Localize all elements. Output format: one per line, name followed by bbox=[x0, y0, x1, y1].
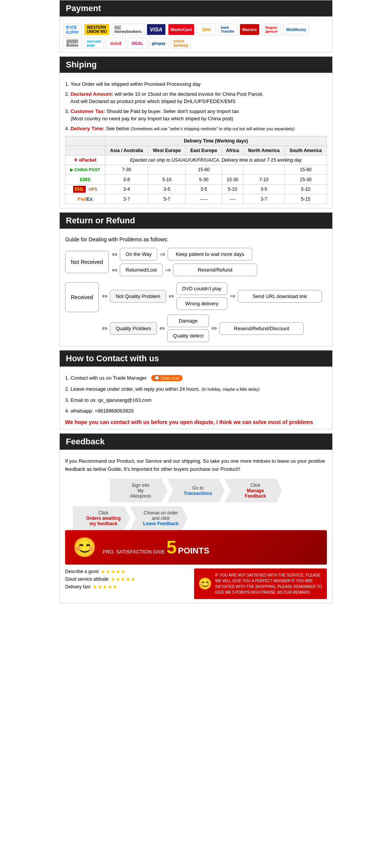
chinapost-north bbox=[243, 165, 284, 175]
quality-defect-box: Quality defect bbox=[167, 329, 209, 342]
col-africa: Africa bbox=[222, 146, 243, 156]
quality-problem-box: Quality Problem bbox=[110, 322, 157, 335]
dhl-south: 5-10 bbox=[284, 185, 327, 194]
rating-right: 😊 IF YOU ARE NOT SATISFIED WITH THE SERV… bbox=[194, 568, 327, 599]
fedex-east: ----- bbox=[186, 194, 222, 204]
contact-item-1: 1. Contact with us on Trade Manager 💬 Ch… bbox=[65, 374, 327, 382]
chinapost-asia: 7-30 bbox=[105, 165, 148, 175]
carrier-dhl: DHL UPS bbox=[65, 185, 105, 194]
table-header-delivery: Delivery Time (Working days) bbox=[105, 136, 327, 146]
wrong-delivery-box: Wrong delivery bbox=[176, 297, 227, 310]
sofort-logo: sofortbanking bbox=[171, 38, 191, 49]
dvd-box: DVD couldn't play bbox=[176, 282, 227, 295]
ems-north: 7-10 bbox=[243, 175, 284, 185]
doku-logo: doku$ bbox=[106, 38, 126, 49]
feedback-section: Feedback If you Recommand our Product, o… bbox=[59, 433, 333, 603]
col-east-europe: East Europe bbox=[186, 146, 222, 156]
rating-right-text: IF YOU ARE NOT SATISFIED WITH THE SERVIC… bbox=[215, 572, 323, 595]
western-union-logo: WESTERNUNION WU bbox=[84, 24, 109, 35]
contact-content: 1. Contact with us on Trade Manager 💬 Ch… bbox=[60, 370, 332, 429]
shipping-point-2: 2. Declared Amount: will write 10 or 15u… bbox=[65, 90, 327, 105]
fedex-west: 5-7 bbox=[148, 194, 186, 204]
alipay-logo: 支付宝ALIPAY bbox=[63, 24, 82, 35]
resend-refund-discount-box: Resend/Refund/Discount bbox=[219, 322, 304, 335]
delivery-table: Delivery Time (Working days) Asia / Aust… bbox=[65, 136, 327, 204]
satisfaction-banner: 😊 PRO. SATISFACTION GIVE 5 POINTS bbox=[65, 530, 327, 565]
on-the-way-box: On the Way bbox=[120, 248, 157, 260]
chinapost-east: 15-60 bbox=[186, 165, 222, 175]
fedex-africa: ---- bbox=[222, 194, 243, 204]
ems-south: 15-30 bbox=[284, 175, 327, 185]
step-sign-in: Sign into My Aliexpress bbox=[110, 479, 167, 503]
shipping-point-3: 3. Customer Tax: Should be Paid by buyer… bbox=[65, 108, 327, 123]
fedex-north: 3-7 bbox=[243, 194, 284, 204]
giropay-logo: giropay bbox=[149, 38, 168, 49]
feedback-header: Feedback bbox=[60, 434, 332, 450]
not-received-flow: Not Received ⇔ On the Way ⇒ Keep patient… bbox=[65, 248, 327, 276]
contact-important: We hope you can contact with us before y… bbox=[65, 419, 327, 425]
refund-content: Guide for Dealing with Problems as follo… bbox=[60, 233, 332, 346]
payment-header: Payment bbox=[60, 0, 332, 16]
bank-transfer-logo: bankTransfer bbox=[218, 24, 237, 35]
received-box: Received bbox=[65, 282, 99, 312]
chat-badge: 💬 Chat now! bbox=[151, 375, 183, 381]
boleto-logo: |||||||||||Boleto bbox=[63, 38, 82, 49]
ems-africa: 15-30 bbox=[222, 175, 243, 185]
contact-header: How to Contact with us bbox=[60, 350, 332, 367]
moneybookers-logo: (((((moneybookers bbox=[112, 24, 144, 35]
dhl-north: 3-5 bbox=[243, 185, 284, 194]
table-row-dhl: DHL UPS 3-4 3-5 3-5 5-10 3-5 5-10 bbox=[65, 185, 327, 194]
carrier-epacket: ✈ ePacket bbox=[65, 156, 105, 165]
smiley-icon: 😊 bbox=[73, 536, 96, 558]
fedex-asia: 3-7 bbox=[105, 194, 148, 204]
not-quality-box: Not Quality Problem bbox=[110, 290, 166, 303]
feedback-intro: If you Recommand our Product, our Servic… bbox=[65, 457, 327, 473]
feedback-content: If you Recommand our Product, our Servic… bbox=[60, 454, 332, 603]
contact-item-4: 4. whatsapp: +8618968063920 bbox=[65, 407, 327, 415]
send-url-box: Send URL download link bbox=[238, 290, 322, 303]
col-carrier bbox=[65, 146, 105, 156]
ideal-logo: iDEAL bbox=[128, 38, 147, 49]
mercado-logo: mercadopago bbox=[84, 38, 104, 49]
rating-left: Describe a good ★★★★★ Good service attit… bbox=[65, 568, 190, 599]
payment-section: Payment 支付宝ALIPAY WESTERNUNION WU (((((m… bbox=[59, 0, 333, 52]
webmoney-logo: WebMoney bbox=[283, 24, 309, 35]
dhl-africa: 5-10 bbox=[222, 185, 243, 194]
carrier-ems: EMS bbox=[65, 175, 105, 185]
resend-refund-box: Resend/Refund bbox=[173, 264, 257, 276]
table-header-carrier bbox=[65, 136, 105, 146]
qiwi-logo: QIWI bbox=[197, 24, 216, 35]
shipping-section: Shiping 1. Your Order will be shipped wi… bbox=[59, 56, 333, 208]
contact-item-3: 3. Email to us: qx_qianxiang@163.com bbox=[65, 396, 327, 405]
table-row-chinapost: ▶ CHINA POST 7-30 15-60 15-90 bbox=[65, 165, 327, 175]
col-asia: Asia / Australia bbox=[105, 146, 148, 156]
damage-box: Damage bbox=[167, 314, 209, 327]
payment-logos: 支付宝ALIPAY WESTERNUNION WU (((((moneybook… bbox=[60, 20, 332, 52]
returned-lost-box: Returned/Lost bbox=[120, 264, 163, 276]
chinapost-west bbox=[148, 165, 186, 175]
not-received-box: Not Received bbox=[65, 251, 109, 273]
maestro-logo: Maestro bbox=[240, 24, 260, 35]
contact-item-2: 2. Leave message under order, will reply… bbox=[65, 385, 327, 393]
rating-row-1: Describe a good ★★★★★ bbox=[65, 568, 190, 575]
keep-patient-box: Keep patient to wait more days bbox=[168, 248, 252, 260]
feedback-steps-row2: Click Orders awaiting my feedback Choose… bbox=[73, 506, 327, 530]
shipping-point-4: 4. Delivery Time: See below (Sometimes w… bbox=[65, 125, 327, 133]
step-click-orders: Click Orders awaiting my feedback bbox=[73, 506, 130, 530]
epacket-note: Epacket can ship to USA/AU/UK/FR/UA/CA, … bbox=[105, 156, 327, 165]
table-row-epacket: ✈ ePacket Epacket can ship to USA/AU/UK/… bbox=[65, 156, 327, 165]
col-south-america: South America bbox=[284, 146, 327, 156]
ems-west: 5-10 bbox=[148, 175, 186, 185]
chinapost-south: 15-90 bbox=[284, 165, 327, 175]
fedex-south: 5-15 bbox=[284, 194, 327, 204]
shipping-point-1: 1. Your Order will be shipped within Pro… bbox=[65, 80, 327, 88]
chinapost-africa bbox=[222, 165, 243, 175]
rating-row-3: Delivery fast ★★★★★ bbox=[65, 584, 190, 590]
refund-guide: Guide for Dealing with Problems as follo… bbox=[65, 236, 327, 242]
step-go-to: Go to Transactions bbox=[167, 479, 225, 503]
dhl-asia: 3-4 bbox=[105, 185, 148, 194]
quality-problem-row: ⇔ Quality Problem ⇔ Damage Quality defec… bbox=[102, 314, 327, 342]
satisfaction-text: PRO. SATISFACTION GIVE 5 POINTS bbox=[103, 537, 209, 558]
col-west-europe: West Europe bbox=[148, 146, 186, 156]
visa-logo: VISA bbox=[147, 24, 166, 35]
